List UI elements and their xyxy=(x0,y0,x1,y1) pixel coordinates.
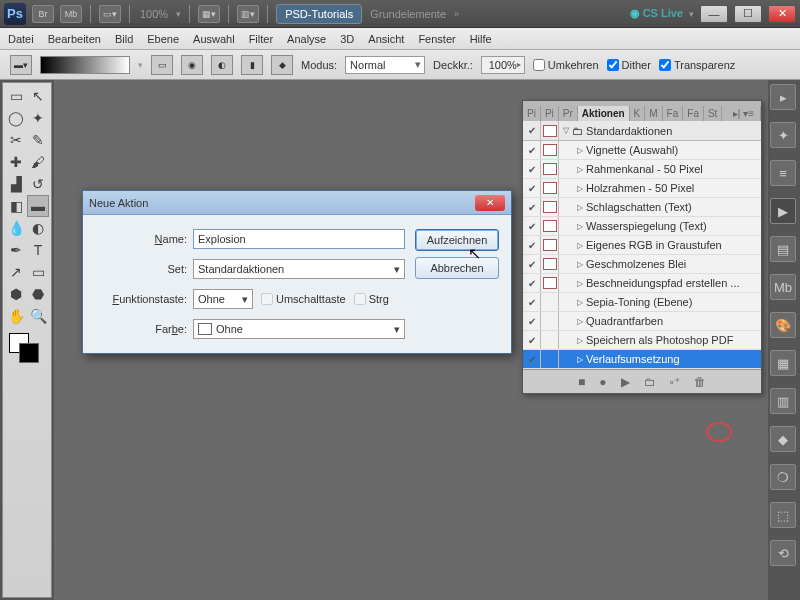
dodge-tool[interactable]: ◐ xyxy=(27,217,49,239)
dock-actions-icon[interactable]: ▶ xyxy=(770,198,796,224)
move-tool[interactable]: ▭ xyxy=(5,85,27,107)
gradient-angle-icon[interactable]: ◐ xyxy=(211,55,233,75)
dock-icon[interactable]: Mb xyxy=(770,274,796,300)
play-icon[interactable]: ▶ xyxy=(621,375,630,389)
dock-icon[interactable]: ≡ xyxy=(770,160,796,186)
transparenz-checkbox[interactable]: Transparenz xyxy=(659,59,735,71)
action-row[interactable]: ✔▷ Schlagschatten (Text) xyxy=(523,198,761,217)
tool-preset-icon[interactable]: ▬▾ xyxy=(10,55,32,75)
bridge-icon[interactable]: Br xyxy=(32,5,54,23)
screen-mode-icon[interactable]: ▭▾ xyxy=(99,5,121,23)
name-input[interactable]: Explosion xyxy=(193,229,405,249)
new-set-icon[interactable]: 🗀 xyxy=(644,375,656,389)
eyedropper-tool[interactable]: ✎ xyxy=(27,129,49,151)
panel-tab[interactable]: Pi xyxy=(523,106,541,121)
dialog-close-icon[interactable]: ✕ xyxy=(475,195,505,211)
action-row[interactable]: ✔▷ Rahmenkanal - 50 Pixel xyxy=(523,160,761,179)
dock-icon[interactable]: ✦ xyxy=(770,122,796,148)
hand-tool[interactable]: ✋ xyxy=(5,305,27,327)
dock-icon[interactable]: ◆ xyxy=(770,426,796,452)
menu-datei[interactable]: Datei xyxy=(8,33,34,45)
stamp-tool[interactable]: ▟ xyxy=(5,173,27,195)
record-icon[interactable]: ● xyxy=(599,375,606,389)
menu-analyse[interactable]: Analyse xyxy=(287,33,326,45)
window-close[interactable]: ✕ xyxy=(768,5,796,23)
action-row[interactable]: ✔▷ Eigenes RGB in Graustufen xyxy=(523,236,761,255)
menu-ebene[interactable]: Ebene xyxy=(147,33,179,45)
3d-tool[interactable]: ⬢ xyxy=(5,283,27,305)
cs-live[interactable]: CS Live xyxy=(630,7,683,20)
stop-icon[interactable]: ■ xyxy=(578,375,585,389)
wand-tool[interactable]: ✦ xyxy=(27,107,49,129)
action-row[interactable]: ✔▷ Quadrantfarben xyxy=(523,312,761,331)
minibridge-icon[interactable]: Mb xyxy=(60,5,82,23)
panel-tab-more[interactable]: ▸| ▾≡ xyxy=(722,106,761,121)
umkehren-checkbox[interactable]: Umkehren xyxy=(533,59,599,71)
crop-tool[interactable]: ✂ xyxy=(5,129,27,151)
menu-auswahl[interactable]: Auswahl xyxy=(193,33,235,45)
dock-icon[interactable]: ▦ xyxy=(770,350,796,376)
history-brush-tool[interactable]: ↺ xyxy=(27,173,49,195)
pen-tool[interactable]: ✒ xyxy=(5,239,27,261)
selection-tool[interactable]: ↖ xyxy=(27,85,49,107)
dock-icon[interactable]: ▤ xyxy=(770,236,796,262)
menu-bearbeiten[interactable]: Bearbeiten xyxy=(48,33,101,45)
set-select[interactable]: Standardaktionen xyxy=(193,259,405,279)
eraser-tool[interactable]: ◧ xyxy=(5,195,27,217)
action-row[interactable]: ✔▷ Holzrahmen - 50 Pixel xyxy=(523,179,761,198)
dialog-titlebar[interactable]: Neue Aktion ✕ xyxy=(83,191,511,215)
panel-tab[interactable]: M xyxy=(645,106,662,121)
window-minimize[interactable]: — xyxy=(700,5,728,23)
dither-checkbox[interactable]: Dither xyxy=(607,59,651,71)
color-select[interactable]: Ohne xyxy=(193,319,405,339)
action-row[interactable]: ✔▷ Vignette (Auswahl) xyxy=(523,141,761,160)
gradient-tool[interactable]: ▬ xyxy=(27,195,49,217)
extras-icon[interactable]: ▦▾ xyxy=(198,5,220,23)
workspace-more-icon[interactable]: » xyxy=(454,9,459,19)
color-swatches[interactable] xyxy=(5,331,49,367)
dock-icon[interactable]: ❍ xyxy=(770,464,796,490)
delete-icon[interactable]: 🗑 xyxy=(694,375,706,389)
heal-tool[interactable]: ✚ xyxy=(5,151,27,173)
gradient-diamond-icon[interactable]: ◆ xyxy=(271,55,293,75)
dock-icon[interactable]: 🎨 xyxy=(770,312,796,338)
action-row[interactable]: ✔▷ Geschmolzenes Blei xyxy=(523,255,761,274)
record-button[interactable]: Aufzeichnen xyxy=(415,229,499,251)
action-row[interactable]: ✔▷ Beschneidungspfad erstellen ... xyxy=(523,274,761,293)
zoom-level[interactable]: 100% xyxy=(138,8,170,20)
cancel-button[interactable]: Abbrechen xyxy=(415,257,499,279)
panel-tab[interactable]: K xyxy=(630,106,646,121)
workspace-psd-tutorials[interactable]: PSD-Tutorials xyxy=(276,4,362,24)
path-tool[interactable]: ↗ xyxy=(5,261,27,283)
menu-ansicht[interactable]: Ansicht xyxy=(368,33,404,45)
action-group[interactable]: ✔▽ 🗀 Standardaktionen xyxy=(523,121,761,141)
dock-icon[interactable]: ⟲ xyxy=(770,540,796,566)
deck-value[interactable]: 100% xyxy=(481,56,525,74)
action-row[interactable]: ✔▷ Sepia-Toning (Ebene) xyxy=(523,293,761,312)
workspace-grundelemente[interactable]: Grundelemente xyxy=(368,8,448,20)
shape-tool[interactable]: ▭ xyxy=(27,261,49,283)
action-row[interactable]: ✔▷ Verlaufsumsetzung xyxy=(523,350,761,369)
gradient-preview[interactable] xyxy=(40,56,130,74)
brush-tool[interactable]: 🖌 xyxy=(27,151,49,173)
action-row[interactable]: ✔▷ Wasserspiegelung (Text) xyxy=(523,217,761,236)
modus-select[interactable]: Normal xyxy=(345,56,425,74)
panel-tab[interactable]: Fa xyxy=(663,106,684,121)
blur-tool[interactable]: 💧 xyxy=(5,217,27,239)
menu-bild[interactable]: Bild xyxy=(115,33,133,45)
3d-camera-tool[interactable]: ⬣ xyxy=(27,283,49,305)
menu-hilfe[interactable]: Hilfe xyxy=(470,33,492,45)
panel-tab[interactable]: Pi xyxy=(541,106,559,121)
lasso-tool[interactable]: ◯ xyxy=(5,107,27,129)
menu-3d[interactable]: 3D xyxy=(340,33,354,45)
menu-filter[interactable]: Filter xyxy=(249,33,273,45)
panel-tab[interactable]: Fa xyxy=(683,106,704,121)
panel-tab[interactable]: Pr xyxy=(559,106,578,121)
arrange-icon[interactable]: ▥▾ xyxy=(237,5,259,23)
dock-icon[interactable]: ▸ xyxy=(770,84,796,110)
action-row[interactable]: ✔▷ Speichern als Photoshop PDF xyxy=(523,331,761,350)
gradient-linear-icon[interactable]: ▭ xyxy=(151,55,173,75)
gradient-reflected-icon[interactable]: ▮ xyxy=(241,55,263,75)
zoom-tool[interactable]: 🔍 xyxy=(27,305,49,327)
panel-tab-aktionen[interactable]: Aktionen xyxy=(578,106,630,121)
